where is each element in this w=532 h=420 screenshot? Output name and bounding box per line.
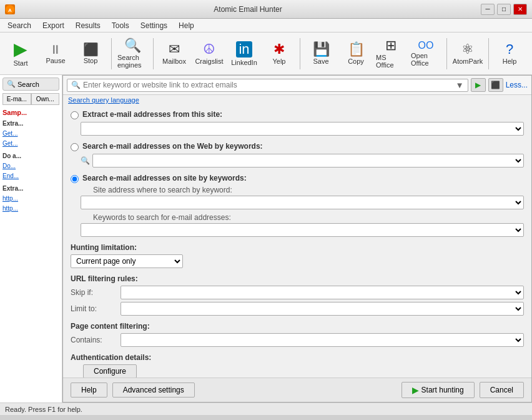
menu-tools[interactable]: Tools [107, 20, 134, 31]
start-hunting-label: Start hunting [421, 386, 464, 394]
tab-emails[interactable]: E-ma... [2, 93, 31, 105]
pause-button[interactable]: ⏸ Pause [39, 36, 72, 72]
skip-if-select[interactable] [121, 286, 524, 299]
search-web-select[interactable] [92, 154, 524, 168]
extract-site-select[interactable] [81, 122, 524, 136]
linkedin-button[interactable]: in LinkedIn [227, 36, 261, 72]
separator-4 [446, 38, 447, 69]
radio-search-site-keywords[interactable] [71, 175, 79, 183]
search-engines-button[interactable]: 🔍 Search engines [116, 36, 149, 72]
status-text: Ready. Press F1 for help. [5, 406, 82, 413]
cancel-button[interactable]: Cancel [480, 382, 524, 398]
toolbar: ▶ Start ⏸ Pause ⬛ Stop 🔍 Search engines … [0, 32, 532, 75]
search-side-icon: 🔍 [7, 80, 16, 88]
menu-help[interactable]: Help [174, 20, 199, 31]
menu-export[interactable]: Export [37, 20, 69, 31]
ms-office-icon: ⊞ [385, 39, 397, 52]
save-button[interactable]: 💾 Save [304, 36, 338, 72]
search-input[interactable] [83, 81, 453, 89]
keywords-label: Keywords to search for e-mail addresses: [93, 213, 524, 222]
option-extract-site: Extract e-mail addresses from this site: [71, 110, 524, 136]
radio-label-search-web: Search e-mail addresses on the Web by ke… [82, 142, 263, 151]
url-filtering-section: URL filtering rules: Skip if: Limit to: [71, 274, 524, 316]
limit-to-row: Limit to: [71, 302, 524, 316]
footer-right: ▶ Start hunting Cancel [401, 382, 524, 398]
separator-5 [488, 38, 489, 69]
right-panel: 🔍 ▼ ▶ ⬛ Less... Search query language Ex… [62, 75, 532, 402]
start-hunting-button[interactable]: ▶ Start hunting [401, 382, 475, 398]
site-address-select[interactable] [81, 196, 524, 209]
copy-button[interactable]: 📋 Copy [339, 36, 373, 72]
search-stop-button[interactable]: ⬛ [488, 78, 503, 92]
link-get-1[interactable]: Get... [2, 129, 59, 139]
atompark-icon: ⚛ [461, 42, 474, 56]
yelp-icon: ✱ [273, 42, 285, 56]
search-input-wrap: 🔍 ▼ [67, 79, 468, 92]
save-label: Save [313, 58, 328, 65]
hunting-limitation-select[interactable]: Current page only Follow all links Follo… [71, 254, 183, 268]
link-http-1[interactable]: http... [2, 194, 59, 204]
site-address-label: Site address where to search by keyword: [93, 186, 524, 194]
copy-icon: 📋 [348, 42, 365, 56]
atompark-button[interactable]: ⚛ AtomPark [451, 36, 485, 72]
copy-label: Copy [348, 58, 364, 65]
option-search-web: Search e-mail addresses on the Web by ke… [71, 142, 524, 168]
minimize-button[interactable]: ─ [481, 4, 495, 15]
search-engines-label: Search engines [117, 54, 147, 69]
option-search-site-keywords: Search e-mail addresses on site by keywo… [71, 174, 524, 237]
stop-icon: ⬛ [83, 43, 99, 56]
page-content-section: Page content filtering: Contains: [71, 322, 524, 347]
window-title: Atomic Email Hunter [15, 5, 481, 14]
configure-button[interactable]: Configure [83, 364, 137, 378]
link-end[interactable]: End... [2, 171, 59, 181]
yelp-button[interactable]: ✱ Yelp [262, 36, 296, 72]
pause-icon: ⏸ [49, 43, 62, 56]
help-footer-button[interactable]: Help [71, 382, 107, 398]
keywords-select[interactable] [81, 223, 524, 237]
page-content-title: Page content filtering: [71, 322, 524, 331]
help-label: Help [503, 58, 517, 65]
menu-results[interactable]: Results [71, 20, 106, 31]
link-get-2[interactable]: Get... [2, 139, 59, 149]
start-button[interactable]: ▶ Start [4, 36, 37, 72]
restore-button[interactable]: □ [497, 4, 511, 15]
stop-button[interactable]: ⬛ Stop [74, 36, 107, 72]
separator-3 [300, 38, 300, 69]
search-side-label: Search [17, 81, 39, 88]
separator-2 [153, 38, 154, 69]
link-do[interactable]: Do... [2, 161, 59, 171]
hunting-limitation-title: Hunting limitation: [71, 243, 524, 252]
ms-office-button[interactable]: ⊞ MS Office [374, 36, 408, 72]
radio-row-extract: Extract e-mail addresses from this site: [71, 110, 524, 119]
open-office-button[interactable]: OO Open Office [409, 36, 443, 72]
statusbar: Ready. Press F1 for help. [0, 402, 532, 415]
mailbox-button[interactable]: ✉ Mailbox [157, 36, 191, 72]
search-run-button[interactable]: ▶ [471, 78, 486, 92]
limit-to-select[interactable] [121, 302, 524, 316]
search-dropdown-button[interactable]: ▼ [455, 81, 463, 90]
linkedin-icon: in [236, 41, 252, 58]
contains-select[interactable] [121, 333, 524, 347]
app-icon: A [5, 4, 15, 14]
ms-office-label: MS Office [376, 54, 406, 69]
craigslist-button[interactable]: ☮ Craigslist [192, 36, 226, 72]
query-language-link[interactable]: Search query language [63, 95, 531, 105]
search-side-button[interactable]: 🔍 Search [2, 78, 59, 91]
radio-row-search-web: Search e-mail addresses on the Web by ke… [71, 142, 524, 151]
tab-owners[interactable]: Own... [31, 93, 60, 105]
footer-left: Help Advanced settings [71, 382, 195, 398]
link-http-2[interactable]: http... [2, 204, 59, 214]
pause-label: Pause [46, 57, 65, 64]
advanced-settings-button[interactable]: Advanced settings [112, 382, 195, 398]
section-do: Do a... [2, 151, 59, 161]
menu-search[interactable]: Search [2, 20, 36, 31]
close-button[interactable]: ✕ [513, 4, 527, 15]
start-icon: ▶ [14, 41, 27, 58]
radio-search-web[interactable] [71, 143, 79, 151]
dialog-footer: Help Advanced settings ▶ Start hunting C… [63, 378, 531, 402]
help-button[interactable]: ? Help [493, 36, 526, 72]
menu-settings[interactable]: Settings [135, 20, 172, 31]
section-extra2: Extra... [2, 184, 59, 194]
radio-extract-site[interactable] [71, 111, 79, 119]
less-button[interactable]: Less... [506, 81, 528, 89]
